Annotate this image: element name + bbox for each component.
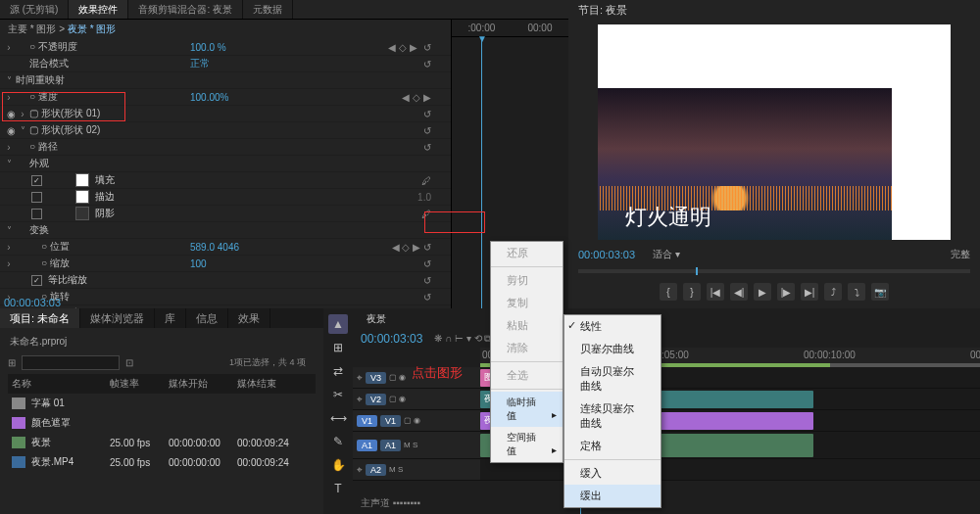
ctx-spatial-interp[interactable]: 空间插值▸ [491,427,563,462]
timeline-panel: 夜景 00:00:03:03 ❋ ∩ ⊢ ▾ ⟲ ⧉ 00:00 00:00:0… [353,308,980,514]
stroke-checkbox[interactable] [31,192,42,203]
ctx-bezier[interactable]: 贝塞尔曲线 [564,338,661,360]
go-to-in-button[interactable]: |◀ [707,283,724,301]
razor-tool[interactable]: ✂ [328,385,348,404]
track-select-tool[interactable]: ⊞ [328,338,348,357]
context-menu: 还原 剪切 复制 粘贴 清除 全选 临时插值▸ 空间插值▸ [490,241,564,463]
project-item[interactable]: 字幕 01 [8,394,316,413]
visibility-icon[interactable]: ◉ [4,125,18,136]
prop-path[interactable]: ○ 路径 [14,140,190,154]
project-item[interactable]: 夜景25.00 fps00:00:00:0000:00:09:24 [8,433,316,452]
ctx-cut: 剪切 [491,269,563,292]
program-scrubber[interactable] [578,269,970,273]
slip-tool[interactable]: ⟷ [328,408,348,428]
bin-icon[interactable]: ⊞ [8,357,16,368]
play-button[interactable]: ▶ [754,283,771,301]
prop-blend-mode[interactable]: 混合模式 [14,57,190,70]
tab-media-browser[interactable]: 媒体浏览器 [80,308,155,328]
ctx-auto-bezier[interactable]: 自动贝塞尔曲线 [564,360,661,397]
ec-timecode[interactable]: 00:00:03:03 [4,297,61,308]
stroke-swatch[interactable] [75,190,89,204]
tab-source[interactable]: 源 (无剪辑) [0,0,69,19]
resolution-dropdown[interactable]: 完整 [951,248,970,261]
ctx-select-all: 全选 [491,364,563,387]
fill-checkbox[interactable]: ✓ [31,175,42,186]
mark-in-button[interactable]: { [660,283,677,301]
title-text-1: 车水马龙 [857,34,943,64]
prop-position[interactable]: ○ 位置 [14,240,190,254]
visibility-icon[interactable]: ◉ [4,109,18,119]
tab-project[interactable]: 项目: 未命名 [0,308,80,328]
program-timecode[interactable]: 00:00:03:03 [578,249,635,260]
ec-playhead[interactable] [481,37,482,308]
sequence-name[interactable]: 夜景 [361,312,392,326]
ctx-ease-in[interactable]: 缓入 [564,462,661,485]
project-panel: 项目: 未命名 媒体浏览器 库 信息 效果 未命名.prproj ⊞ ⊡ 1项已… [0,308,323,514]
annotation-text: 点击图形 [412,364,463,382]
tab-effects[interactable]: 效果 [228,308,270,328]
prop-shape-1[interactable]: 形状(形状 01) [41,108,101,118]
project-selection-info: 1项已选择，共 4 项 [229,356,316,369]
tab-info[interactable]: 信息 [186,308,228,328]
project-search[interactable] [22,355,120,370]
ctx-paste: 粘贴 [491,314,563,337]
type-tool[interactable]: T [328,479,348,498]
ripple-tool[interactable]: ⇄ [328,361,348,381]
tools-panel: ▲ ⊞ ⇄ ✂ ⟷ ✎ ✋ T [323,308,353,514]
uniform-scale-checkbox[interactable]: ✓ [31,275,42,286]
step-back-button[interactable]: ◀| [730,283,748,301]
fit-dropdown[interactable]: 适合 ▾ [653,248,680,261]
fill-swatch[interactable] [75,173,89,187]
shadow-swatch[interactable] [75,207,89,220]
ec-breadcrumb: 主要 * 图形 > 夜景 * 图形 [0,20,451,39]
ctx-ease-out[interactable]: 缓出 [564,485,661,507]
tab-effect-controls[interactable]: 效果控件 [69,0,128,19]
project-item[interactable]: 夜景.MP425.00 fps00:00:00:0000:00:09:24 [8,452,316,472]
export-frame-button[interactable]: 📷 [871,283,889,301]
lift-button[interactable]: ⤴ [824,283,842,301]
timeline-timecode[interactable]: 00:00:03:03 [361,332,422,346]
project-name: 未命名.prproj [8,332,316,351]
program-monitor-panel: 节目: 夜景 车水马龙 灯火通明 00:00:03:03 适合 ▾ 完整 { }… [568,0,980,308]
extract-button[interactable]: ⤵ [848,283,865,301]
prop-appearance[interactable]: 外观 [14,157,190,170]
tab-metadata[interactable]: 元数据 [243,0,293,19]
shadow-checkbox[interactable] [31,209,42,219]
prop-opacity[interactable]: ○ 不透明度 [14,40,190,54]
context-submenu: 线性 贝塞尔曲线 自动贝塞尔曲线 连续贝塞尔曲线 定格 缓入 缓出 [564,314,662,508]
mark-out-button[interactable]: } [683,283,701,301]
ctx-copy: 复制 [491,292,563,314]
tab-audio-mixer[interactable]: 音频剪辑混合器: 夜景 [128,0,243,19]
step-fwd-button[interactable]: |▶ [777,283,795,301]
title-text-2: 灯火通明 [625,203,711,232]
transport-controls: { } |◀ ◀| ▶ |▶ ▶| ⤴ ⤵ 📷 [568,277,980,306]
effect-controls-panel: 主要 * 图形 > 夜景 * 图形 ›○ 不透明度100.0 %◀ ◇ ▶ ↺ … [0,20,451,308]
project-item[interactable]: 颜色遮罩 [8,413,316,433]
prop-time-remap[interactable]: 时间重映射 [14,73,190,87]
tab-libraries[interactable]: 库 [155,308,186,328]
ctx-clear: 清除 [491,337,563,359]
program-preview[interactable]: 车水马龙 灯火通明 [598,24,951,240]
program-title: 节目: 夜景 [568,0,980,21]
prop-scale[interactable]: ○ 缩放 [14,257,190,270]
go-to-out-button[interactable]: ▶| [801,283,818,301]
prop-speed[interactable]: ○ 速度 [14,90,190,104]
prop-shape-2[interactable]: 形状(形状 02) [41,124,101,135]
hand-tool[interactable]: ✋ [328,455,348,475]
prop-transform[interactable]: 变换 [14,223,190,237]
ctx-undo: 还原 [491,242,563,264]
ctx-linear[interactable]: 线性 [564,315,661,338]
pen-tool[interactable]: ✎ [328,432,348,451]
ctx-temporal-interp[interactable]: 临时插值▸ [491,392,563,427]
selection-tool[interactable]: ▲ [328,314,348,334]
ctx-hold[interactable]: 定格 [564,435,661,457]
ctx-cont-bezier[interactable]: 连续贝塞尔曲线 [564,397,661,435]
